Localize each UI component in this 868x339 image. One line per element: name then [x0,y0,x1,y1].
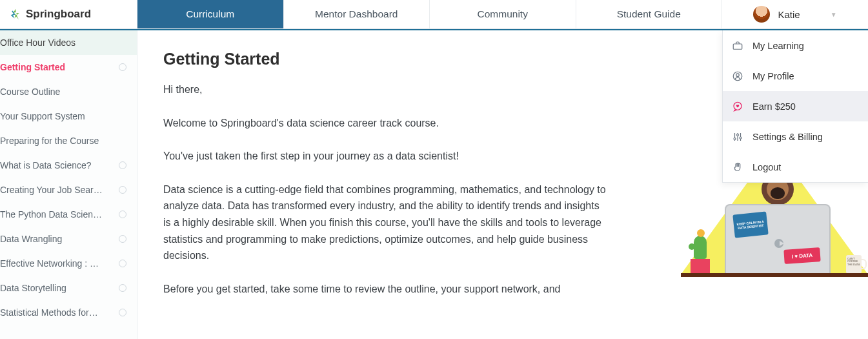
hand-icon [732,161,743,173]
sidebar-data-storytelling[interactable]: Data Storytelling [0,276,137,300]
chevron-down-icon: ▼ [831,11,837,18]
progress-circle-icon [119,211,126,218]
user-menu-trigger[interactable]: Katie ▼ [722,0,868,28]
briefcase-icon [732,40,743,52]
user-name: Katie [778,9,800,20]
menu-label: My Profile [752,71,794,81]
content-paragraph: Welcome to Springboard's data science ca… [163,115,609,132]
progress-circle-icon [119,186,126,194]
sliders-icon [732,131,743,143]
sidebar-item-label: Office Hour Videos [0,37,76,48]
sidebar-creating-job-search[interactable]: Creating Your Job Sear… [0,178,137,202]
progress-circle-icon [119,309,126,316]
menu-label: Logout [752,162,781,172]
progress-circle-icon [119,284,126,292]
sticker-i-love-data: I ♥ DATA [783,247,820,264]
sidebar-getting-started[interactable]: Getting Started [0,55,137,79]
svg-point-4 [734,138,736,139]
sidebar: Office Hour Videos Getting Started Cours… [0,30,137,339]
sidebar-item-label: Getting Started [0,62,65,72]
user-icon [732,70,743,82]
springboard-logo-icon [9,8,22,21]
user-dropdown: My Learning My Profile Earn $250 Setting… [722,30,868,183]
menu-my-learning[interactable]: My Learning [723,30,868,61]
nav-tabs: Curriculum Mentor Dashboard Community St… [137,0,722,28]
sidebar-python-ds[interactable]: The Python Data Scien… [0,202,137,227]
sidebar-item-label: Data Storytelling [0,283,66,293]
svg-point-6 [740,137,742,139]
tab-mentor-dashboard[interactable]: Mentor Dashboard [284,0,430,28]
svg-point-2 [736,73,740,76]
progress-circle-icon [119,235,126,243]
menu-my-profile[interactable]: My Profile [723,61,868,91]
pacman-icon [774,239,783,248]
sidebar-what-is-ds[interactable]: What is Data Science? [0,153,137,178]
content-paragraph: You've just taken the first step in your… [163,148,609,165]
tab-student-guide[interactable]: Student Guide [576,0,723,28]
progress-circle-icon [119,260,126,267]
brand-name: Springboard [26,8,91,21]
menu-logout[interactable]: Logout [723,152,868,182]
sidebar-item-label: Your Support System [0,111,85,121]
sidebar-item-label: Course Outline [0,87,60,97]
menu-label: Earn $250 [752,101,796,112]
header: Springboard Curriculum Mentor Dashboard … [0,0,868,29]
menu-label: My Learning [752,41,804,51]
sidebar-office-hours[interactable]: Office Hour Videos [0,30,137,55]
sidebar-statistical-methods[interactable]: Statistical Methods for… [0,300,137,325]
sidebar-course-outline[interactable]: Course Outline [0,79,137,104]
content-paragraph: Before you get started, take some time t… [163,281,609,298]
sidebar-item-label: What is Data Science? [0,160,92,170]
progress-circle-icon [119,63,126,71]
content-paragraph: Data science is a cutting-edge field tha… [163,181,609,264]
tab-community[interactable]: Community [430,0,576,28]
sidebar-item-label: Data Wrangling [0,234,62,244]
menu-label: Settings & Billing [752,132,823,142]
sidebar-data-wrangling[interactable]: Data Wrangling [0,227,137,251]
sidebar-item-label: The Python Data Scien… [0,209,102,220]
menu-settings-billing[interactable]: Settings & Billing [723,121,868,152]
menu-earn[interactable]: Earn $250 [723,91,868,121]
sidebar-item-label: Statistical Methods for… [0,307,98,318]
heart-bubble-icon [732,101,743,112]
svg-point-5 [737,134,739,136]
sidebar-item-label: Preparing for the Course [0,136,99,146]
tab-curriculum[interactable]: Curriculum [137,0,284,28]
sidebar-item-label: Effective Networking : … [0,258,99,269]
progress-circle-icon [119,161,126,169]
sidebar-item-label: Creating Your Job Sear… [0,185,103,195]
sidebar-preparing[interactable]: Preparing for the Course [0,128,137,153]
sticker-keep-calm: KEEP CALM I'M A DATA SCIENTIST [732,211,768,238]
mug-icon: CAN'T COFFEE THE DATA [846,255,862,273]
sidebar-effective-networking[interactable]: Effective Networking : … [0,251,137,276]
brand-logo[interactable]: Springboard [0,0,137,28]
avatar [753,6,770,23]
content-paragraph: Hi there, [163,81,609,98]
svg-rect-0 [733,44,742,49]
sidebar-support-system[interactable]: Your Support System [0,104,137,128]
